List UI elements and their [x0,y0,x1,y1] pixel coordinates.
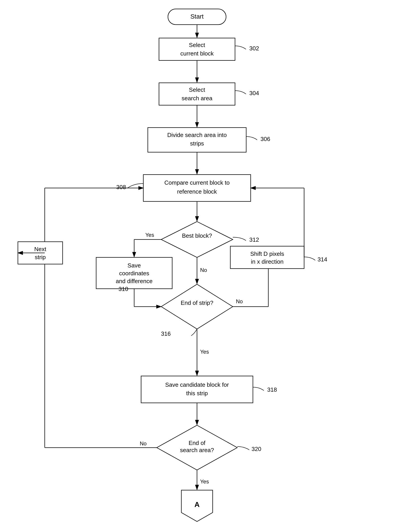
node-314-label: Shift D pixels [250,250,284,257]
node-312 [161,221,233,257]
node-304-label2: search area [181,95,213,102]
node-302 [159,38,235,60]
node-308-label: Compare current block to [164,179,230,186]
node-308 [143,174,251,201]
node-320-label2: search area? [180,447,214,453]
node-320-label: End of [188,440,206,446]
end-a-label: A [194,500,199,509]
node-304 [159,83,235,105]
node-308-label2: reference block [177,188,217,195]
node-306 [148,128,246,152]
node-316-label: End of strip? [181,300,213,306]
node-310-label: Save [127,262,141,269]
node-310-label3: and difference [116,278,152,284]
node-306-label: Divide search area into [167,132,227,138]
node-318-label: Save candidate block for [165,381,229,388]
no-label-312: No [200,267,207,273]
node-312-label: Best block? [182,232,212,239]
ref-312: 312 [249,236,259,243]
node-next-strip-label: Next [34,246,46,253]
yes-label-312: Yes [145,232,154,238]
ref-306: 306 [260,136,270,142]
ref-320: 320 [252,446,261,452]
node-next-strip-label2: strip [35,254,46,261]
ref-310: 310 [119,286,128,292]
ref-308: 308 [116,184,126,190]
ref-318: 318 [267,386,277,393]
node-314 [230,246,304,269]
ref-316: 316 [161,330,171,337]
node-318-label2: this strip [186,390,208,397]
node-302-label: Select [189,42,205,48]
yes-label-316: Yes [200,349,209,355]
no-label-316: No [236,298,243,304]
no-label-320: No [140,440,147,447]
ref-304: 304 [249,90,259,96]
node-316 [161,284,233,329]
start-label: Start [190,13,203,20]
node-314-label2: in x direction [251,258,284,265]
node-318 [141,376,253,403]
node-310-label2: coordinates [119,270,149,277]
ref-302: 302 [249,45,259,52]
yes-label-320: Yes [200,479,209,485]
ref-314: 314 [317,256,327,263]
node-304-label: Select [189,86,205,93]
node-302-label2: current block [181,50,214,57]
node-306-label2: strips [190,140,204,147]
flowchart: Start Select current block 302 Select se… [0,0,394,532]
